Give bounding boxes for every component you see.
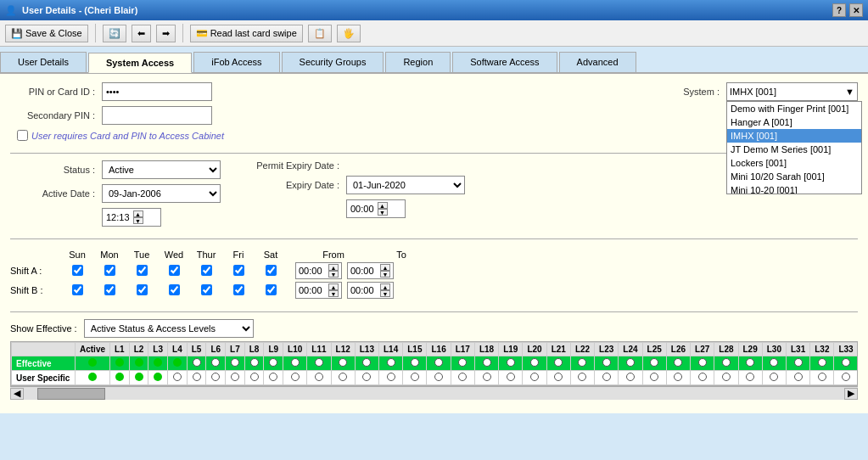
permit-expiry-label: Permit Expiry Date : (246, 160, 339, 171)
horizontal-scrollbar[interactable]: ◀ ▶ (10, 386, 858, 400)
shift-b-sun[interactable] (72, 284, 83, 295)
eff-l18 (474, 356, 498, 371)
shift-a-sun[interactable] (72, 265, 83, 276)
to-label: To (372, 250, 431, 260)
status-select[interactable]: Active Inactive Suspended (102, 160, 221, 179)
card-pin-checkbox-label[interactable]: User requires Card and PIN to Access Cab… (17, 130, 224, 141)
eff-l15 (403, 356, 427, 371)
shift-a-from-up[interactable]: ▲ (328, 264, 339, 271)
shift-b-thur[interactable] (201, 284, 212, 295)
scroll-left-btn[interactable]: ◀ (10, 388, 24, 400)
tab-advanced[interactable]: Advanced (559, 52, 636, 72)
dropdown-item-6[interactable]: Mini 10-20 [001] (727, 183, 861, 194)
eff-l17 (451, 356, 474, 371)
shift-a-mon[interactable] (104, 265, 115, 276)
save-close-button[interactable]: 💾 Save & Close (5, 25, 88, 42)
eff-l9 (264, 356, 283, 371)
shift-b-to-up[interactable]: ▲ (380, 283, 390, 290)
active-date-select[interactable]: 09-Jan-2006 (102, 184, 221, 203)
card-icon: 💳 (196, 28, 208, 39)
col-l11: L11 (307, 343, 331, 356)
toolbar-btn-4[interactable]: 📋 (308, 25, 332, 42)
system-dropdown[interactable]: IMHX [001] ▼ Demo with Finger Print [001… (726, 82, 858, 101)
toolbar-btn-2[interactable]: ⬅ (132, 25, 151, 42)
tab-security-groups[interactable]: Security Groups (282, 52, 384, 72)
expiry-date-select[interactable]: 01-Jun-2020 (346, 176, 465, 194)
us-l13 (355, 371, 378, 385)
shift-a-to-up[interactable]: ▲ (380, 264, 390, 271)
shift-a-sat[interactable] (266, 265, 277, 276)
time-expiry-down[interactable]: ▼ (378, 209, 388, 216)
dropdown-item-3[interactable]: JT Demo M Series [001] (727, 143, 861, 156)
shift-b-fri[interactable] (233, 284, 244, 295)
toolbar-btn-3[interactable]: ➡ (156, 25, 176, 42)
shift-a-wed[interactable] (169, 265, 180, 276)
day-sun: Sun (61, 250, 93, 260)
tab-user-details[interactable]: User Details (0, 52, 87, 72)
effective-active (76, 356, 110, 371)
col-empty (12, 343, 76, 356)
time-active-down[interactable]: ▼ (133, 217, 143, 224)
us-l28 (714, 371, 738, 385)
shift-b-sat[interactable] (266, 284, 277, 295)
pin-input[interactable] (102, 82, 212, 101)
dropdown-item-0[interactable]: Demo with Finger Print [001] (727, 102, 861, 115)
col-l23: L23 (595, 343, 619, 356)
col-l15: L15 (403, 343, 427, 356)
close-button[interactable]: ✕ (849, 3, 863, 17)
eff-l29 (738, 356, 762, 371)
toolbar-btn-1[interactable]: 🔄 (103, 25, 126, 42)
shift-b-from-up[interactable]: ▲ (328, 283, 339, 290)
shift-b-mon[interactable] (104, 284, 115, 295)
shift-a-from-down[interactable]: ▼ (328, 271, 339, 278)
shift-b-tue[interactable] (137, 284, 148, 295)
user-specific-label: User Specific (12, 371, 76, 385)
time-active-up[interactable]: ▲ (133, 210, 143, 217)
eff-l20 (523, 356, 546, 371)
read-card-button[interactable]: 💳 Read last card swipe (190, 25, 303, 42)
scroll-thumb[interactable] (37, 388, 105, 400)
col-l18: L18 (474, 343, 498, 356)
show-effective-select[interactable]: Active Status & Access Levels All (84, 319, 254, 338)
dropdown-item-1[interactable]: Hanger A [001] (727, 115, 861, 129)
col-l9: L9 (264, 343, 283, 356)
toolbar-btn-5[interactable]: 🖐 (337, 25, 361, 42)
toolbar-icon-4: 📋 (314, 28, 326, 39)
shift-a-tue[interactable] (137, 265, 148, 276)
tab-system-access[interactable]: System Access (88, 53, 192, 73)
tab-software-access[interactable]: Software Access (452, 52, 557, 72)
title-bar-controls: ? ✕ (832, 3, 863, 17)
help-button[interactable]: ? (832, 3, 846, 17)
shift-a-fri[interactable] (233, 265, 244, 276)
card-pin-checkbox[interactable] (17, 130, 28, 141)
shift-a-to-down[interactable]: ▼ (380, 271, 390, 278)
us-l31 (786, 371, 809, 385)
us-l15 (403, 371, 427, 385)
tab-region[interactable]: Region (385, 52, 451, 72)
us-active (76, 371, 110, 385)
col-l29: L29 (738, 343, 762, 356)
dropdown-item-5[interactable]: Mini 10/20 Sarah [001] (727, 170, 861, 183)
eff-l30 (762, 356, 786, 371)
secondary-pin-input[interactable] (102, 106, 212, 125)
day-fri: Fri (222, 250, 255, 260)
effective-row: Effective (12, 356, 859, 371)
eff-l8 (244, 356, 264, 371)
tab-ifob-access[interactable]: iFob Access (193, 52, 279, 72)
dropdown-item-4[interactable]: Lockers [001] (727, 156, 861, 170)
us-l12 (331, 371, 355, 385)
shift-b-checks (61, 284, 287, 297)
shift-a-checks (61, 265, 287, 278)
shift-a-thur[interactable] (201, 265, 212, 276)
shift-b-wed[interactable] (169, 284, 180, 295)
system-dropdown-list[interactable]: Demo with Finger Print [001] Hanger A [0… (726, 101, 862, 194)
time-expiry-up[interactable]: ▲ (378, 202, 388, 209)
dropdown-item-2[interactable]: IMHX [001] (727, 129, 861, 143)
shift-b-row: Shift B : 00:00 ▲ ▼ 00: (10, 282, 858, 299)
scroll-right-btn[interactable]: ▶ (844, 388, 858, 400)
col-l7: L7 (226, 343, 245, 356)
shift-b-from-down[interactable]: ▼ (328, 290, 339, 297)
col-l24: L24 (619, 343, 642, 356)
status-label: Status : (10, 165, 95, 175)
shift-b-to-down[interactable]: ▼ (380, 290, 390, 297)
